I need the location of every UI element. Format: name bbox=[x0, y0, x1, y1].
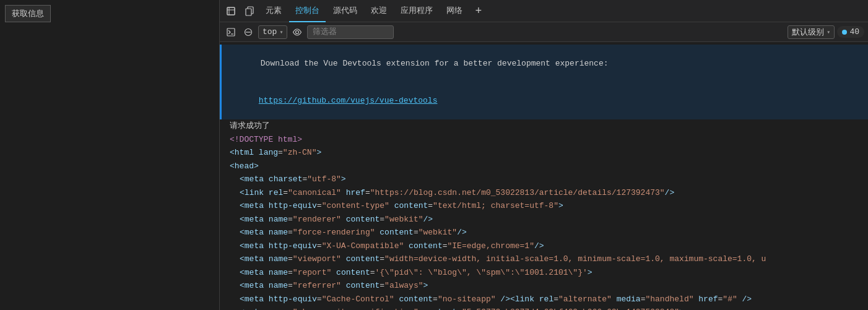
svg-rect-5 bbox=[227, 28, 235, 36]
log-level-selector[interactable]: 默认级别 ▾ bbox=[788, 25, 835, 39]
console-meta-shenma: <meta name="shenma-site-verification" co… bbox=[220, 306, 868, 310]
tabs-bar: 元素 控制台 源代码 欢迎 应用程序 网络 + bbox=[220, 0, 868, 22]
console-meta-charset: <meta charset="utf-8"> bbox=[220, 173, 868, 186]
console-meta-renderer: <meta name="renderer" content="webkit"/> bbox=[220, 213, 868, 226]
console-meta-cache-control: <meta http-equiv="Cache-Control" content… bbox=[220, 293, 868, 306]
add-tab-button[interactable]: + bbox=[470, 2, 487, 20]
console-meta-content-type: <meta http-equiv="content-type" content=… bbox=[220, 199, 868, 213]
console-link-canonical: <link rel="canonical" href="https://blog… bbox=[220, 186, 868, 200]
get-info-button[interactable]: 获取信息 bbox=[5, 5, 51, 22]
info-dot-icon bbox=[842, 30, 847, 35]
svg-rect-0 bbox=[227, 7, 235, 15]
tab-source[interactable]: 源代码 bbox=[327, 0, 363, 22]
javascript-context-selector[interactable]: top ▾ bbox=[258, 25, 287, 39]
console-success-line: 请求成功了 bbox=[220, 119, 868, 133]
execute-context-icon[interactable] bbox=[224, 25, 238, 40]
tab-network[interactable]: 网络 bbox=[440, 0, 469, 22]
tab-elements[interactable]: 元素 bbox=[259, 0, 288, 22]
console-content[interactable]: Download the Vue Devtools extension for … bbox=[220, 42, 868, 310]
cursor-tool-icon[interactable] bbox=[222, 2, 240, 20]
tab-welcome[interactable]: 欢迎 bbox=[365, 0, 393, 22]
console-meta-ua-compat: <meta http-equiv="X-UA-Compatible" conte… bbox=[220, 239, 868, 253]
console-meta-report: <meta name="report" content='{\"pid\": \… bbox=[220, 266, 868, 280]
copy-tool-icon[interactable] bbox=[241, 2, 258, 20]
vue-devtools-link[interactable]: https://github.com/vuejs/vue-devtools bbox=[259, 96, 438, 105]
console-meta-viewport: <meta name="viewport" content="width=dev… bbox=[220, 252, 868, 266]
chevron-down-icon: ▾ bbox=[279, 28, 283, 36]
left-panel: 获取信息 bbox=[0, 0, 220, 310]
live-expressions-icon[interactable] bbox=[290, 25, 305, 40]
filter-input[interactable] bbox=[307, 25, 394, 39]
console-devtools-link: https://github.com/vuejs/vue-devtools bbox=[220, 82, 868, 120]
console-toolbar: top ▾ 默认级别 ▾ 40 bbox=[220, 22, 868, 42]
svg-point-9 bbox=[296, 30, 299, 33]
level-chevron-icon: ▾ bbox=[827, 28, 830, 36]
devtools-panel: 元素 控制台 源代码 欢迎 应用程序 网络 + bbox=[220, 0, 868, 310]
tab-console[interactable]: 控制台 bbox=[289, 0, 326, 22]
svg-rect-4 bbox=[246, 9, 251, 15]
console-html-line: <html lang="zh-CN"> bbox=[220, 146, 868, 160]
clear-console-icon[interactable] bbox=[241, 25, 256, 40]
console-meta-referrer: <meta name="referrer" content="always"> bbox=[220, 279, 868, 293]
tab-app[interactable]: 应用程序 bbox=[394, 0, 439, 22]
console-devtools-info: Download the Vue Devtools extension for … bbox=[220, 45, 868, 82]
log-count-badge: 40 bbox=[837, 26, 864, 38]
console-head-line: <head> bbox=[220, 160, 868, 173]
console-meta-force-rendering: <meta name="force-rendering" content="we… bbox=[220, 226, 868, 239]
console-doctype-line: <!DOCTYPE html> bbox=[220, 133, 868, 147]
